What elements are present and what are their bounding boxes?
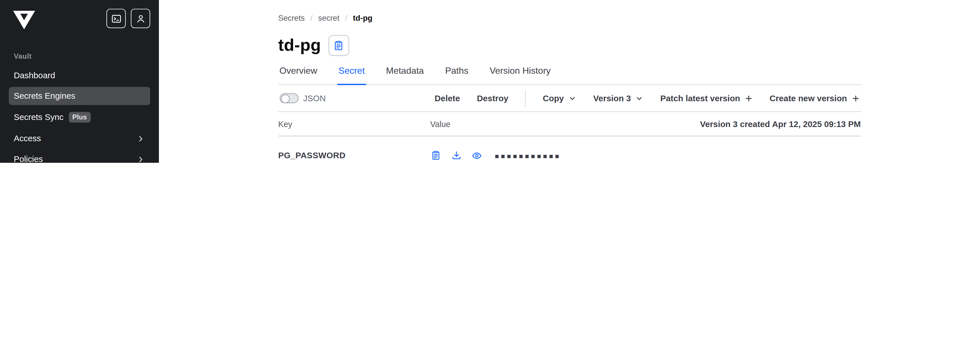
clipboard-copy-icon bbox=[334, 40, 344, 50]
user-menu-button[interactable] bbox=[131, 9, 150, 28]
console-icon bbox=[111, 13, 121, 23]
tab-bar: Overview Secret Metadata Paths Version H… bbox=[278, 66, 861, 85]
sidebar-item-secrets-sync[interactable]: Secrets Sync Plus bbox=[9, 108, 150, 127]
sidebar-item-label: Policies bbox=[14, 154, 43, 163]
eye-icon bbox=[472, 150, 482, 160]
copy-secret-path-button[interactable] bbox=[329, 35, 349, 56]
chevron-right-icon bbox=[137, 134, 145, 143]
breadcrumb-current: td-pg bbox=[353, 14, 372, 23]
tab-version-history[interactable]: Version History bbox=[488, 66, 552, 85]
clipboard-copy-icon bbox=[431, 151, 440, 160]
sidebar-nav: Vault Dashboard Secrets Engines Secrets … bbox=[9, 49, 150, 163]
sidebar-item-dashboard[interactable]: Dashboard bbox=[9, 66, 150, 84]
sidebar-item-label: Dashboard bbox=[14, 71, 55, 80]
reveal-value-button[interactable] bbox=[472, 150, 482, 160]
sidebar-item-policies[interactable]: Policies bbox=[9, 150, 150, 163]
patch-latest-version-button[interactable]: Patch latest version bbox=[660, 94, 752, 103]
copy-value-button[interactable] bbox=[430, 150, 441, 160]
download-value-button[interactable] bbox=[451, 150, 461, 160]
destroy-button[interactable]: Destroy bbox=[477, 94, 508, 103]
secret-table-header: Key Value Version 3 created Apr 12, 2025… bbox=[278, 112, 861, 137]
sidebar: Vault Dashboard Secrets Engines Secrets … bbox=[0, 0, 159, 163]
vault-logo bbox=[13, 10, 36, 32]
tab-paths[interactable]: Paths bbox=[444, 66, 469, 85]
sidebar-item-label: Access bbox=[14, 134, 41, 143]
chevron-down-icon bbox=[635, 94, 643, 102]
sidebar-item-label: Secrets Sync bbox=[14, 113, 64, 122]
console-button[interactable] bbox=[107, 9, 126, 28]
version-created-info: Version 3 created Apr 12, 2025 09:13 PM bbox=[700, 119, 861, 129]
sidebar-item-label: Secrets Engines bbox=[14, 91, 75, 101]
secret-toolbar: JSON Delete Destroy Copy bbox=[278, 85, 861, 112]
json-toggle-label: JSON bbox=[303, 94, 326, 103]
version-dropdown-button[interactable]: Version 3 bbox=[593, 94, 643, 103]
copy-dropdown-label: Copy bbox=[543, 94, 564, 103]
secret-row-pg-password: PG_PASSWORD bbox=[278, 137, 861, 163]
main-area: Secrets / secret / td-pg td-pg bbox=[159, 0, 980, 163]
sidebar-item-access[interactable]: Access bbox=[9, 130, 150, 148]
vault-app: Vault Dashboard Secrets Engines Secrets … bbox=[0, 0, 980, 163]
download-icon bbox=[452, 151, 461, 160]
delete-button[interactable]: Delete bbox=[435, 94, 460, 103]
sidebar-item-secrets-engines[interactable]: Secrets Engines bbox=[9, 87, 150, 105]
plus-icon bbox=[851, 94, 860, 102]
title-row: td-pg bbox=[278, 35, 861, 56]
breadcrumb-link-secret[interactable]: secret bbox=[318, 14, 339, 23]
destroy-button-label: Destroy bbox=[477, 94, 508, 103]
key-column-header: Key bbox=[278, 119, 430, 129]
chevron-right-icon bbox=[137, 155, 145, 163]
chevron-down-icon bbox=[568, 94, 576, 102]
patch-button-label: Patch latest version bbox=[660, 94, 740, 103]
create-new-version-button[interactable]: Create new version bbox=[770, 94, 859, 103]
sidebar-header bbox=[9, 9, 150, 33]
secret-value-cell: ▪▪▪▪▪▪▪▪▪▪▪ bbox=[430, 150, 861, 160]
sidebar-top-actions bbox=[107, 9, 150, 28]
nav-section-label-vault: Vault bbox=[14, 52, 145, 60]
breadcrumb-separator: / bbox=[345, 14, 347, 23]
content-column: Secrets / secret / td-pg td-pg bbox=[278, 0, 861, 163]
masked-secret-value: ▪▪▪▪▪▪▪▪▪▪▪ bbox=[495, 152, 561, 159]
breadcrumb-separator: / bbox=[310, 14, 313, 23]
json-toggle-switch[interactable] bbox=[280, 93, 298, 103]
tab-overview[interactable]: Overview bbox=[278, 66, 318, 85]
toolbar-actions: Delete Destroy Copy Version 3 bbox=[435, 90, 860, 107]
plus-icon bbox=[745, 94, 753, 102]
delete-button-label: Delete bbox=[435, 94, 460, 103]
breadcrumb: Secrets / secret / td-pg bbox=[278, 14, 861, 23]
page-title: td-pg bbox=[278, 36, 321, 55]
copy-dropdown-button[interactable]: Copy bbox=[543, 94, 576, 103]
plus-badge: Plus bbox=[68, 112, 91, 123]
toolbar-divider bbox=[525, 90, 526, 107]
create-button-label: Create new version bbox=[770, 94, 847, 103]
value-column-header: Value bbox=[430, 119, 700, 129]
version-dropdown-label: Version 3 bbox=[593, 94, 631, 103]
user-icon bbox=[135, 13, 146, 23]
tab-secret[interactable]: Secret bbox=[337, 66, 366, 85]
breadcrumb-link-secrets[interactable]: Secrets bbox=[278, 14, 304, 23]
secret-key-label: PG_PASSWORD bbox=[278, 151, 430, 160]
tab-metadata[interactable]: Metadata bbox=[385, 66, 425, 85]
json-toggle[interactable]: JSON bbox=[280, 93, 326, 103]
